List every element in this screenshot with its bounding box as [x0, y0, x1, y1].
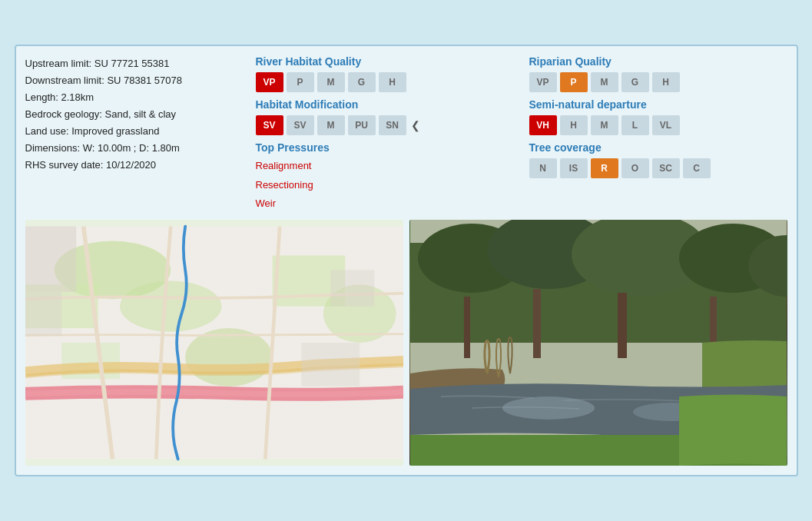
land-use: Land use: Improved grassland: [25, 123, 248, 140]
rating-n: N: [529, 158, 557, 178]
rating-h-rip: H: [652, 72, 680, 92]
riparian-block: Riparian Quality VP P M G H: [529, 55, 787, 92]
rating-vh: VH: [529, 115, 557, 135]
habitat-mod-ratings: SV SV M PU SN ❮: [256, 115, 514, 135]
svg-rect-20: [533, 289, 541, 358]
top-pressures-block: Top Pressures Realignment Resectioning W…: [256, 141, 514, 212]
rating-sv1: SV: [256, 115, 283, 135]
bedrock-geology: Bedrock geology: Sand, silt & clay: [25, 106, 248, 123]
downstream-limit: Downstream limit: SU 78381 57078: [25, 72, 248, 89]
rating-p: P: [287, 72, 314, 92]
rating-l: L: [621, 115, 649, 135]
rating-r: R: [591, 158, 618, 178]
svg-rect-9: [25, 292, 61, 336]
rating-p-rip: P: [560, 72, 588, 92]
rating-m-rip: M: [591, 72, 618, 92]
rating-c: C: [683, 158, 711, 178]
svg-rect-19: [464, 297, 470, 358]
rating-m-sn: M: [591, 115, 618, 135]
angle-bracket: ❮: [411, 119, 420, 131]
semi-natural-block: Semi-natural departure VH H M L VL: [529, 98, 787, 135]
svg-rect-8: [25, 227, 76, 292]
rating-g-rip: G: [621, 72, 649, 92]
images-section: [25, 220, 787, 466]
river-photo: [409, 220, 787, 466]
rating-m: M: [317, 72, 345, 92]
main-card: Upstream limit: SU 77721 55381 Downstrea…: [15, 45, 798, 476]
rating-sv2: SV: [287, 115, 314, 135]
rating-h-sn: H: [560, 115, 588, 135]
river-habitat-title: River Habitat Quality: [256, 55, 514, 68]
svg-rect-21: [618, 293, 627, 358]
semi-natural-ratings: VH H M L VL: [529, 115, 787, 135]
riparian-title: Riparian Quality: [529, 55, 787, 68]
habitat-mod-title: Habitat Modification: [256, 98, 514, 111]
rating-vp-rip: VP: [529, 72, 557, 92]
pressure-weir: Weir: [256, 196, 514, 212]
rating-is: IS: [560, 158, 588, 178]
survey-date: RHS survey date: 10/12/2020: [25, 157, 248, 174]
rating-pu: PU: [348, 115, 376, 135]
top-pressures-title: Top Pressures: [256, 141, 514, 154]
rating-h: H: [379, 72, 406, 92]
tree-coverage-title: Tree coverage: [529, 141, 787, 154]
svg-point-23: [502, 397, 595, 420]
top-section: Upstream limit: SU 77721 55381 Downstrea…: [25, 55, 787, 212]
habitat-mod-block: Habitat Modification SV SV M PU SN ❮: [256, 98, 514, 135]
svg-point-3: [120, 281, 221, 332]
rating-vp: VP: [256, 72, 283, 92]
svg-rect-10: [301, 343, 360, 387]
pressure-realignment: Realignment: [256, 158, 514, 174]
river-habitat-ratings: VP P M G H: [256, 72, 514, 92]
upstream-limit: Upstream limit: SU 77721 55381: [25, 55, 248, 72]
dimensions: Dimensions: W: 10.00m ; D: 1.80m: [25, 140, 248, 157]
length: Length: 2.18km: [25, 89, 248, 106]
semi-natural-title: Semi-natural departure: [529, 98, 787, 111]
river-habitat-block: River Habitat Quality VP P M G H: [256, 55, 514, 92]
info-panel: Upstream limit: SU 77721 55381 Downstrea…: [25, 55, 248, 212]
rating-vl: VL: [652, 115, 680, 135]
rating-g: G: [348, 72, 376, 92]
tree-coverage-block: Tree coverage N IS R O SC C: [529, 141, 787, 212]
svg-point-5: [185, 328, 273, 387]
tree-coverage-ratings: N IS R O SC C: [529, 158, 787, 178]
map-image: [25, 220, 403, 466]
svg-rect-11: [330, 270, 374, 307]
metrics-panel: River Habitat Quality VP P M G H Riparia…: [256, 55, 787, 212]
rating-o: O: [621, 158, 649, 178]
pressure-resectioning: Resectioning: [256, 178, 514, 194]
rating-sn: SN: [379, 115, 406, 135]
rating-m-hm: M: [317, 115, 345, 135]
rating-sc: SC: [652, 158, 680, 178]
riparian-ratings: VP P M G H: [529, 72, 787, 92]
